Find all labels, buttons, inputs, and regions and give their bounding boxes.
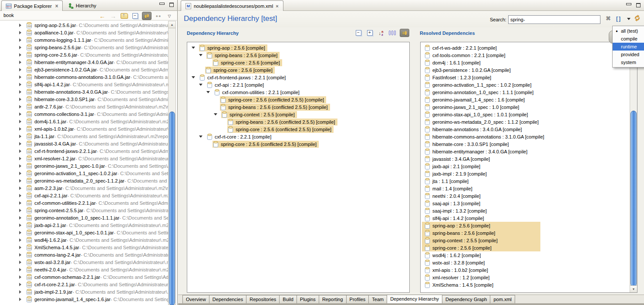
expand-arrow-icon[interactable] [19,83,21,86]
locate-selection-icon[interactable]: ⇉ [400,29,409,37]
explorer-item[interactable]: 010commons-logging-1.1.1.jar - C:\Docume… [0,36,168,44]
dependency-tree-item[interactable]: spring-beans : 2.5.6 (conflicted 2.5.5) … [187,118,409,125]
expand-arrow-icon[interactable] [19,142,21,146]
collapse-arrow-icon[interactable] [199,136,202,138]
link-with-editor-icon[interactable]: ⇄ [142,12,152,20]
explorer-item[interactable]: 010geronimo-jaxws_2.1_spec-1.0.jar - C:\… [0,162,168,169]
expand-arrow-icon[interactable] [19,179,21,183]
explorer-item[interactable]: 010geronimo-ws-metadata_2.0_spec-1.1.2.j… [0,177,168,184]
expand-arrow-icon[interactable] [19,149,21,153]
expand-arrow-icon[interactable] [19,209,21,212]
dependency-tree-item[interactable]: cxf-api : 2.2.1 [compile] [187,81,409,88]
resolved-dependency-item[interactable]: hibernate-core : 3.3.0.SP1 [compile] [421,140,637,148]
resolved-dependency-item[interactable]: wsdl4j : 1.6.2 [compile] [421,251,637,259]
explorer-item[interactable]: 010spring-core-2.5.6.jar - C:\Documents … [0,51,168,58]
filter-columns-icon[interactable] [388,29,396,37]
dependency-tree-item[interactable]: cxf-common-utilities : 2.2.1 [compile] [187,88,409,96]
editor-tab-pom[interactable]: M noubliepaslalistedescourses/pom.xml × [181,0,283,11]
explorer-item[interactable]: 010XmlSchema-1.4.5.jar - C:\Documents an… [0,244,168,251]
explorer-item[interactable]: 010cxf-common-utilities-2.2.1.jar - C:\D… [0,199,168,207]
expand-arrow-icon[interactable] [19,275,21,279]
explorer-item[interactable]: 010commons-collections-3.1.jar - C:\Docu… [0,110,168,118]
dependency-tree-item[interactable]: spring-beans : 2.5.6 [compile] [187,51,409,59]
expand-arrow-icon[interactable] [19,201,21,205]
editor-page-tab[interactable]: Dependencies [209,295,246,303]
dependency-tree-item[interactable]: spring-core : 2.5.6 (conflicted 2.5.5) [… [187,140,409,148]
resolved-dependency-item[interactable]: spring-context : 2.5.5 [compile] [421,237,637,244]
expand-arrow-icon[interactable] [19,283,21,286]
editor-page-tab[interactable]: Overview [182,295,209,303]
expand-arrow-icon[interactable] [19,98,21,101]
expand-arrow-icon[interactable] [19,61,21,64]
resolved-dependency-item[interactable]: geronimo-javamail_1.4_spec : 1.6 [compil… [421,96,637,103]
minimize-icon[interactable] [159,3,164,7]
dependency-tree-item[interactable]: spring-core : 2.5.6 [compile] [187,66,409,74]
resolved-dependency-item[interactable]: geronimo-annotation_1.0_spec : 1.1.1 [co… [421,88,637,96]
expand-arrow-icon[interactable] [19,68,21,71]
explorer-item[interactable]: 010asm-2.2.3.jar - C:\Documents and Sett… [0,184,168,192]
explorer-item[interactable]: 010jta-1.1.jar - C:\Documents and Settin… [0,132,168,140]
collapse-arrow-icon[interactable] [199,54,202,56]
explorer-item[interactable]: 010antlr-2.7.6.jar - C:\Documents and Se… [0,103,168,110]
resolved-dependency-item[interactable]: geronimo-activation_1.1_spec : 1.0.2 [co… [421,81,637,88]
search-input[interactable] [508,15,600,24]
dependency-tree-item[interactable]: spring-core : 2.5.6 (conflicted 2.5.5) [… [187,96,409,103]
explorer-item[interactable]: 010aopalliance-1.0.jar - C:\Documents an… [0,29,168,36]
expand-arrow-icon[interactable] [19,224,21,227]
resolved-dependency-item[interactable]: ejb3-persistence : 1.0.2.GA [compile] [421,66,637,74]
explorer-item[interactable]: 010hibernate-entitymanager-3.4.0.GA.jar … [0,58,168,66]
resolved-dependency-item[interactable]: saaj-impl : 1.3.2 [compile] [421,207,637,214]
explorer-item[interactable]: 010xml-resolver-1.2.jar - C:\Documents a… [0,155,168,162]
resolved-dependency-item[interactable]: spring-beans : 2.5.6 [compile] [421,229,637,237]
explorer-item[interactable]: 010dom4j-1.6.1.jar - C:\Documents and Se… [0,118,168,125]
resolved-dependency-item[interactable]: geronimo-ws-metadata_2.0_spec : 1.1.2 [c… [421,118,637,125]
resolved-dependency-item[interactable]: geronimo-jaxws_2.1_spec : 1.0 [compile] [421,103,637,111]
dependency-tree-item[interactable]: cxf-rt-frontend-jaxws : 2.2.1 [compile] [187,74,409,81]
expand-arrow-icon[interactable] [19,164,21,168]
expand-arrow-icon[interactable] [19,112,21,116]
editor-page-tab[interactable]: Repositories [246,295,280,303]
refresh-icon[interactable] [634,14,641,23]
scope-filter-icon[interactable]: [] [616,16,621,22]
collapse-all-icon[interactable]: − [354,29,362,37]
expand-arrow-icon[interactable] [19,172,21,175]
resolved-dependency-item[interactable]: slf4j-api : 1.4.2 [compile] [421,214,637,222]
resolved-vertical-scrollbar[interactable]: ▲ ▼ [630,42,637,292]
resolved-dependency-item[interactable]: cxf-rt-ws-addr : 2.2.1 [compile] [421,44,637,51]
expand-arrow-icon[interactable] [19,157,21,160]
resolved-dependency-item[interactable]: hibernate-commons-annotations : 3.1.0.GA… [421,133,637,140]
expand-arrow-icon[interactable] [19,75,21,79]
explorer-vertical-scrollbar[interactable]: ▲ [168,21,176,305]
close-icon[interactable]: × [276,3,278,9]
expand-arrow-icon[interactable] [19,194,21,197]
expand-arrow-icon[interactable] [19,135,21,138]
explorer-item[interactable]: 010cxf-rt-frontend-jaxws-2.2.1.jar - C:\… [0,147,168,155]
resolved-dependency-item[interactable]: mail : 1.4 [compile] [421,185,637,192]
maximize-icon[interactable] [636,3,641,7]
sort-alphabetically-icon[interactable]: ↓az [377,29,385,37]
editor-page-tab[interactable]: Team [368,295,387,303]
resolved-dependency-item[interactable]: XmlSchema : 1.4.5 [compile] [421,281,637,288]
collapse-arrow-icon[interactable] [206,91,210,93]
expand-arrow-icon[interactable] [19,38,21,42]
dependency-tree-item[interactable]: spring-aop : 2.5.6 [compile] [187,44,409,51]
scope-menu-item[interactable]: compile [613,35,644,43]
resolved-dependency-item[interactable]: neethi : 2.0.4 [compile] [421,192,637,200]
view-menu-dots-icon[interactable]: ●● [155,12,162,20]
scope-menu-item[interactable]: ●all (test) [613,27,644,35]
editor-page-tab[interactable]: Plugins [297,295,319,303]
resolved-dependency-item[interactable]: xml-apis : 1.0.b2 [compile] [421,266,637,274]
expand-arrow-icon[interactable] [19,298,21,301]
expand-arrow-icon[interactable] [19,231,21,234]
tab-package-explorer[interactable]: Package Explorer × [1,0,63,11]
scroll-down-button[interactable]: ▼ [630,285,637,292]
explorer-item[interactable]: 010spring-context-2.5.5.jar - C:\Documen… [0,207,168,214]
resolved-dependency-item[interactable]: javassist : 3.4.GA [compile] [421,155,637,163]
resolved-dependency-item[interactable]: spring-core : 2.5.6 [compile] [421,244,637,251]
editor-page-tab[interactable]: Dependency Hierarchy [387,295,442,303]
expand-arrow-icon[interactable] [19,31,21,34]
scope-menu-item[interactable]: runtime [613,43,644,51]
minimize-icon[interactable] [626,3,631,7]
expand-all-icon[interactable]: + [366,29,374,37]
close-icon[interactable]: × [55,3,58,9]
